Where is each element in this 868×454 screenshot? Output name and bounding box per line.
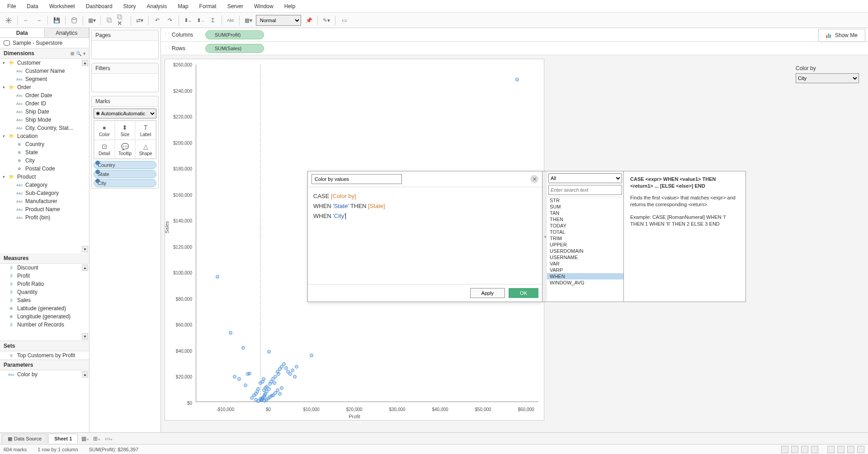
forward-icon[interactable]: → bbox=[34, 15, 44, 25]
menu-map[interactable]: Map bbox=[173, 1, 193, 11]
new-story-icon[interactable]: ▭₊ bbox=[104, 434, 113, 443]
dim-item[interactable]: AbcProfit (bin) bbox=[0, 213, 89, 222]
marks-detail[interactable]: ⊡Detail bbox=[94, 140, 115, 159]
tableau-logo-icon[interactable] bbox=[4, 15, 14, 25]
data-point[interactable] bbox=[276, 388, 279, 392]
menu-icon[interactable]: ▾ bbox=[83, 51, 85, 56]
fn-list[interactable]: STRSUMTANTHENTODAYTOTALTRIMUPPERUSERDOMA… bbox=[547, 197, 623, 302]
data-point[interactable] bbox=[250, 396, 254, 400]
menu-file[interactable]: File bbox=[3, 1, 20, 11]
data-point[interactable] bbox=[264, 386, 267, 390]
detail-pill[interactable]: City bbox=[94, 179, 156, 187]
menu-analysis[interactable]: Analysis bbox=[142, 1, 172, 11]
tab-analytics[interactable]: Analytics bbox=[45, 28, 90, 38]
measure-item[interactable]: #Profit Ratio bbox=[0, 280, 89, 288]
new-sheet-icon[interactable]: ▦₊ bbox=[80, 434, 90, 443]
filters-shelf[interactable]: Filters bbox=[91, 63, 159, 92]
fn-item[interactable]: USERDOMAIN bbox=[547, 248, 623, 254]
datasource-item[interactable]: Sample - Superstore bbox=[0, 38, 89, 48]
fn-item[interactable]: TRIM bbox=[547, 235, 623, 241]
menu-worksheet[interactable]: Worksheet bbox=[45, 1, 80, 11]
dim-item[interactable]: AbcManufacturer bbox=[0, 197, 89, 205]
view-icon[interactable]: ⊞ bbox=[71, 51, 74, 56]
folder-product[interactable]: 📁Product bbox=[0, 173, 89, 181]
fn-category-select[interactable]: All bbox=[548, 173, 622, 183]
status-nav-prev-icon[interactable] bbox=[791, 446, 798, 453]
calc-name-input[interactable] bbox=[311, 174, 402, 184]
fn-item[interactable]: TODAY bbox=[547, 222, 623, 229]
data-point[interactable] bbox=[262, 377, 265, 381]
menu-data[interactable]: Data bbox=[22, 1, 42, 11]
dim-item[interactable]: AbcShip Mode bbox=[0, 116, 89, 124]
tab-sheet-1[interactable]: Sheet 1 bbox=[48, 434, 78, 443]
marks-tooltip[interactable]: 💬Tooltip bbox=[115, 140, 136, 159]
data-point[interactable] bbox=[293, 375, 297, 378]
new-dashboard-icon[interactable]: ⊞₊ bbox=[92, 434, 101, 443]
data-point[interactable] bbox=[267, 387, 271, 391]
totals-icon[interactable]: Σ bbox=[208, 15, 218, 25]
dim-item[interactable]: AbcSegment bbox=[0, 75, 89, 83]
menu-help[interactable]: Help bbox=[280, 1, 300, 11]
dim-item[interactable]: ⊕State bbox=[0, 148, 89, 156]
status-view-4-icon[interactable] bbox=[857, 446, 864, 453]
param-item[interactable]: AbcColor by bbox=[0, 370, 89, 378]
data-point[interactable] bbox=[280, 386, 283, 390]
dim-item[interactable]: AbcCity, Country, Stat... bbox=[0, 124, 89, 132]
showme-button[interactable]: Show Me bbox=[818, 29, 865, 42]
menu-dashboard[interactable]: Dashboard bbox=[81, 1, 117, 11]
data-point[interactable] bbox=[237, 377, 241, 381]
fit-select[interactable]: Normal bbox=[256, 15, 301, 26]
measure-item[interactable]: #Discount bbox=[0, 264, 89, 272]
pages-shelf[interactable]: Pages bbox=[91, 30, 159, 59]
tab-data-source[interactable]: ▦Data Source bbox=[2, 434, 47, 444]
data-point[interactable] bbox=[248, 372, 251, 375]
marks-size[interactable]: ⬍Size bbox=[115, 121, 136, 140]
redo-icon[interactable]: ↷ bbox=[165, 15, 175, 25]
fn-item[interactable]: WINDOW_AVG bbox=[547, 279, 623, 286]
fn-item[interactable]: TOTAL bbox=[547, 229, 623, 235]
scroll-up-icon[interactable]: ▲ bbox=[82, 371, 88, 378]
ok-button[interactable]: OK bbox=[509, 288, 538, 298]
save-icon[interactable]: 💾 bbox=[52, 15, 61, 25]
folder-location[interactable]: 📁Location bbox=[0, 132, 89, 140]
fn-item[interactable]: TAN bbox=[547, 210, 623, 216]
fn-item[interactable]: VAR bbox=[547, 260, 623, 267]
dim-item[interactable]: ⊕City bbox=[0, 156, 89, 165]
marks-shape[interactable]: △Shape bbox=[135, 140, 156, 159]
menu-story[interactable]: Story bbox=[119, 1, 141, 11]
fn-item[interactable]: UPPER bbox=[547, 241, 623, 248]
presentation-icon[interactable]: ▭ bbox=[339, 15, 349, 25]
data-point[interactable] bbox=[216, 275, 219, 279]
data-point[interactable] bbox=[229, 331, 232, 335]
highlight-icon[interactable]: ✎▾ bbox=[321, 15, 331, 25]
clear-icon[interactable]: ⿻✕ bbox=[117, 15, 127, 25]
data-point[interactable] bbox=[273, 381, 276, 385]
menu-format[interactable]: Format bbox=[195, 1, 221, 11]
detail-pill[interactable]: State bbox=[94, 170, 156, 178]
scroll-up-icon[interactable]: ▲ bbox=[82, 265, 88, 271]
measure-item[interactable]: #Profit bbox=[0, 272, 89, 280]
close-icon[interactable]: ✕ bbox=[530, 175, 538, 183]
columns-pill[interactable]: SUM(Profit) bbox=[205, 30, 264, 39]
dim-item[interactable]: AbcOrder ID bbox=[0, 99, 89, 108]
dim-item[interactable]: AbcCustomer Name bbox=[0, 67, 89, 75]
status-nav-first-icon[interactable] bbox=[781, 446, 788, 453]
status-view-3-icon[interactable] bbox=[847, 446, 854, 453]
data-point[interactable] bbox=[284, 366, 288, 370]
measure-item[interactable]: #Number of Records bbox=[0, 321, 89, 329]
marks-type-select[interactable]: ✱ AutomaticAutomatic bbox=[94, 109, 156, 118]
fn-item[interactable]: VARP bbox=[547, 267, 623, 273]
marks-label[interactable]: TLabel bbox=[135, 121, 156, 140]
set-item[interactable]: ⊘Top Customers by Profit bbox=[0, 351, 89, 359]
fn-item[interactable]: STR bbox=[547, 197, 623, 203]
dim-item[interactable]: AbcCategory bbox=[0, 181, 89, 189]
group-icon[interactable]: ▦▾ bbox=[243, 15, 253, 25]
status-view-2-icon[interactable] bbox=[837, 446, 844, 453]
calc-formula-editor[interactable]: CASE [Color by]WHEN 'State' THEN [State]… bbox=[308, 187, 542, 284]
dim-item[interactable]: AbcOrder Date bbox=[0, 91, 89, 99]
data-point[interactable] bbox=[264, 398, 268, 402]
dim-item[interactable]: ⊕Postal Code bbox=[0, 165, 89, 173]
data-point[interactable] bbox=[256, 399, 260, 403]
data-point[interactable] bbox=[244, 383, 247, 387]
fn-item[interactable]: WHEN bbox=[547, 273, 623, 279]
